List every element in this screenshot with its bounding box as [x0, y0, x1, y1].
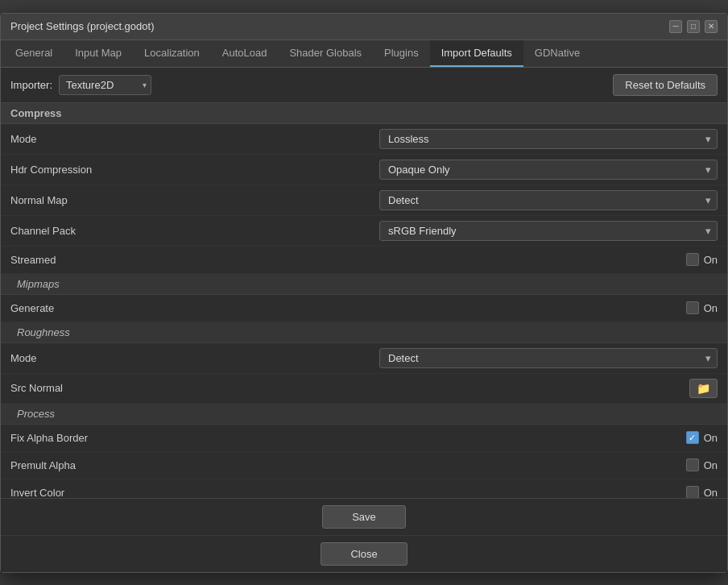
table-row: Channel PacksRGB FriendlyOptimized	[1, 216, 727, 247]
dropdown-select[interactable]: DetectDisabledRedGreenBlueAlphaGray	[379, 348, 718, 368]
close-button[interactable]: Close	[321, 542, 407, 566]
setting-value: DetectEnableDisable	[357, 190, 718, 210]
checkbox-toggle: On	[686, 458, 718, 471]
setting-label: Channel Pack	[10, 225, 357, 237]
tab-localization[interactable]: Localization	[133, 40, 211, 67]
setting-label: Mode	[10, 352, 357, 364]
table-row: Normal MapDetectEnableDisable	[1, 185, 727, 216]
dropdown-container: DetectDisabledRedGreenBlueAlphaGray	[379, 348, 718, 368]
table-row: Hdr CompressionOpaque OnlyAlwaysNever	[1, 155, 727, 185]
toggle-label: On	[704, 432, 718, 444]
reset-defaults-button[interactable]: Reset to Defaults	[613, 74, 718, 96]
dropdown-select[interactable]: sRGB FriendlyOptimized	[379, 221, 718, 241]
dropdown-container: DetectEnableDisable	[379, 190, 718, 210]
table-row: Premult AlphaOn	[1, 452, 727, 479]
minimize-button[interactable]: ─	[669, 20, 682, 33]
tab-import-defaults[interactable]: Import Defaults	[430, 40, 523, 67]
setting-label: Invert Color	[10, 487, 357, 498]
subsection-header: Process	[1, 404, 727, 425]
importer-label: Importer:	[10, 79, 52, 91]
tab-input-map[interactable]: Input Map	[64, 40, 133, 67]
checkbox-box[interactable]	[686, 431, 699, 444]
bottom-bar: Save Close	[1, 498, 727, 572]
setting-value: On	[357, 458, 718, 471]
setting-label: Generate	[10, 302, 357, 314]
setting-value: sRGB FriendlyOptimized	[357, 221, 718, 241]
table-row: ModeLosslessLossyVideo RAMUncompressed	[1, 124, 727, 155]
checkbox-box[interactable]	[686, 486, 699, 498]
save-button[interactable]: Save	[322, 505, 406, 529]
close-window-button[interactable]: ✕	[705, 20, 718, 33]
setting-label: Mode	[10, 133, 357, 145]
checkbox-box[interactable]	[686, 301, 699, 314]
setting-label: Fix Alpha Border	[10, 432, 357, 444]
setting-label: Streamed	[10, 254, 357, 266]
table-row: ModeDetectDisabledRedGreenBlueAlphaGray	[1, 343, 727, 374]
dropdown-container: sRGB FriendlyOptimized	[379, 221, 718, 241]
save-row: Save	[1, 499, 727, 536]
tabs-bar: GeneralInput MapLocalizationAutoLoadShad…	[1, 40, 727, 68]
close-row: Close	[1, 536, 727, 572]
checkbox-box[interactable]	[686, 458, 699, 471]
setting-value: Opaque OnlyAlwaysNever	[357, 160, 718, 180]
tab-gdnative[interactable]: GDNative	[523, 40, 591, 67]
section-header: Compress	[1, 103, 727, 124]
checkbox-toggle: On	[686, 431, 718, 444]
setting-value: On	[357, 431, 718, 444]
folder-button[interactable]: 📁	[689, 379, 718, 398]
tab-plugins[interactable]: Plugins	[373, 40, 430, 67]
toggle-label: On	[704, 459, 718, 471]
dropdown-container: Opaque OnlyAlwaysNever	[379, 160, 718, 180]
importer-select-wrapper: Texture2DTexture3DAudioStreamPackedScene…	[59, 75, 151, 95]
toggle-label: On	[704, 487, 718, 498]
setting-label: Premult Alpha	[10, 459, 357, 471]
project-settings-dialog: Project Settings (project.godot) ─ □ ✕ G…	[0, 13, 728, 573]
importer-select[interactable]: Texture2DTexture3DAudioStreamPackedScene	[59, 75, 151, 95]
setting-value: On	[357, 486, 718, 498]
checkbox-toggle: On	[686, 486, 718, 498]
checkbox-toggle: On	[686, 253, 718, 266]
checkbox-toggle: On	[686, 301, 718, 314]
toggle-label: On	[704, 254, 718, 266]
setting-value: On	[357, 253, 718, 266]
maximize-button[interactable]: □	[687, 20, 700, 33]
importer-row: Importer: Texture2DTexture3DAudioStreamP…	[1, 68, 727, 103]
toggle-label: On	[704, 302, 718, 314]
table-row: StreamedOn	[1, 247, 727, 274]
tab-shader-globals[interactable]: Shader Globals	[278, 40, 373, 67]
setting-label: Hdr Compression	[10, 164, 357, 176]
setting-value: DetectDisabledRedGreenBlueAlphaGray	[357, 348, 718, 368]
importer-left: Importer: Texture2DTexture3DAudioStreamP…	[10, 75, 151, 95]
table-row: GenerateOn	[1, 295, 727, 322]
tab-general[interactable]: General	[4, 40, 64, 67]
setting-value: LosslessLossyVideo RAMUncompressed	[357, 129, 718, 149]
table-row: Invert ColorOn	[1, 479, 727, 498]
subsection-header: Roughness	[1, 322, 727, 343]
tab-autoload[interactable]: AutoLoad	[211, 40, 279, 67]
dropdown-container: LosslessLossyVideo RAMUncompressed	[379, 129, 718, 149]
table-row: Fix Alpha BorderOn	[1, 425, 727, 452]
table-row: Src Normal📁	[1, 374, 727, 404]
dropdown-select[interactable]: DetectEnableDisable	[379, 190, 718, 210]
title-bar-buttons: ─ □ ✕	[669, 20, 718, 33]
setting-label: Normal Map	[10, 194, 357, 206]
title-bar: Project Settings (project.godot) ─ □ ✕	[1, 14, 727, 40]
setting-value: 📁	[357, 379, 718, 398]
setting-value: On	[357, 301, 718, 314]
dropdown-select[interactable]: Opaque OnlyAlwaysNever	[379, 160, 718, 180]
setting-label: Src Normal	[10, 382, 357, 394]
checkbox-box[interactable]	[686, 253, 699, 266]
dialog-title: Project Settings (project.godot)	[10, 20, 154, 32]
dropdown-select[interactable]: LosslessLossyVideo RAMUncompressed	[379, 129, 718, 149]
subsection-header: Mipmaps	[1, 274, 727, 295]
settings-list: CompressModeLosslessLossyVideo RAMUncomp…	[1, 103, 727, 498]
